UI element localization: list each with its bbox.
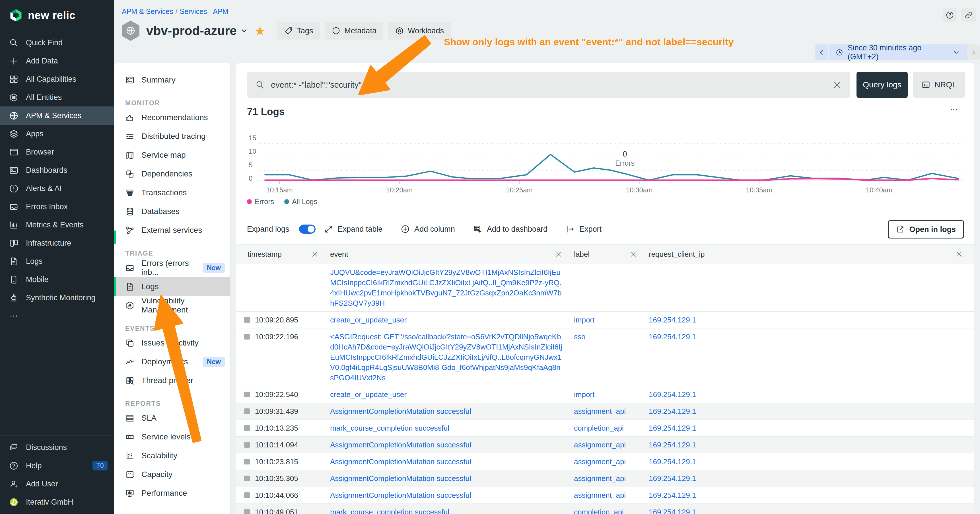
subnav-item-recommendations[interactable]: Recommendations	[114, 108, 230, 127]
row-checkbox[interactable]	[244, 334, 250, 339]
sidebar-item-logs[interactable]: Logs	[0, 252, 114, 271]
table-row[interactable]: 10:09:22.540create_or_update_userimport1…	[236, 386, 974, 403]
column-header-request_client_ip[interactable]: request_client_ip	[643, 245, 974, 264]
cell-request-client-ip-link[interactable]: 169.254.129.1	[643, 315, 974, 325]
sidebar-item-metrics-events[interactable]: Metrics & Events	[0, 216, 114, 234]
subnav-item-external-services[interactable]: External services	[114, 221, 230, 240]
cell-event-link[interactable]: mark_course_completion successful	[325, 507, 568, 514]
legend-item-errors[interactable]: Errors	[247, 197, 274, 206]
subnav-item-logs[interactable]: Logs	[114, 277, 230, 296]
metadata-button[interactable]: Metadata	[325, 22, 383, 40]
subnav-item-scalability[interactable]: Scalability	[114, 446, 230, 465]
subnav-item-databases[interactable]: Databases	[114, 202, 230, 221]
cell-event-link[interactable]: AssignmentCompletionMutation successful	[325, 473, 568, 484]
row-checkbox[interactable]	[244, 442, 250, 448]
column-close-icon[interactable]	[555, 250, 562, 258]
column-header-label[interactable]: label	[568, 245, 643, 264]
add-column-button[interactable]: Add column	[401, 224, 455, 234]
help-button[interactable]	[942, 8, 957, 22]
column-close-icon[interactable]	[630, 250, 637, 258]
cell-label-link[interactable]: sso	[568, 331, 643, 383]
row-checkbox[interactable]	[244, 509, 250, 514]
table-row[interactable]: 10:10:14.094AssignmentCompletionMutation…	[236, 437, 974, 454]
sidebar-item-browser[interactable]: Browser	[0, 143, 114, 161]
cell-label-link[interactable]	[568, 267, 643, 308]
cell-request-client-ip-link[interactable]: 169.254.129.1	[643, 406, 974, 416]
cell-label-link[interactable]: assignment_api	[568, 490, 643, 500]
sidebar-footer-add-user[interactable]: Add User	[0, 475, 114, 493]
cell-event-link[interactable]: AssignmentCompletionMutation successful	[325, 490, 568, 500]
breadcrumb-link-apm[interactable]: APM & Services	[122, 7, 173, 15]
chevron-down-icon[interactable]	[240, 27, 248, 35]
table-row[interactable]: 10:10:35.305AssignmentCompletionMutation…	[236, 470, 974, 487]
table-row[interactable]: 10:09:20.895create_or_update_userimport1…	[236, 312, 974, 328]
add-to-dashboard-button[interactable]: Add to dashboard	[473, 224, 547, 234]
clear-query-icon[interactable]	[833, 80, 842, 89]
cell-event-link[interactable]: create_or_update_user	[325, 389, 568, 399]
sidebar-item-add-data[interactable]: Add Data	[0, 52, 114, 70]
log-query-bar[interactable]: event:* -"label":"security"	[247, 72, 850, 98]
time-forward-button[interactable]	[967, 45, 980, 60]
cell-label-link[interactable]: assignment_api	[568, 406, 643, 416]
row-checkbox[interactable]	[244, 317, 250, 323]
subnav-item-transactions[interactable]: Transactions	[114, 183, 230, 202]
export-button[interactable]: Export	[566, 224, 601, 234]
subnav-item-deployments[interactable]: DeploymentsNew	[114, 352, 230, 371]
expand-logs-toggle[interactable]	[299, 224, 315, 234]
table-row[interactable]: 10:09:31.439AssignmentCompletionMutation…	[236, 403, 974, 420]
cell-request-client-ip-link[interactable]: 169.254.129.1	[643, 389, 974, 399]
cell-request-client-ip-link[interactable]: 169.254.129.1	[643, 331, 974, 383]
cell-request-client-ip-link[interactable]: 169.254.129.1	[643, 423, 974, 433]
row-checkbox[interactable]	[244, 408, 250, 414]
row-checkbox[interactable]	[244, 459, 250, 465]
cell-request-client-ip-link[interactable]: 169.254.129.1	[643, 490, 974, 500]
sidebar-item-all-entities[interactable]: All Entities	[0, 88, 114, 107]
cell-label-link[interactable]: completion_api	[568, 507, 643, 514]
table-row[interactable]: 10:10:49.051mark_course_completion succe…	[236, 504, 974, 514]
sidebar-item-errors-inbox[interactable]: Errors Inbox	[0, 197, 114, 216]
time-range-button[interactable]: Since 30 minutes ago (GMT+2)	[829, 45, 967, 60]
cell-label-link[interactable]: assignment_api	[568, 457, 643, 467]
more-options-icon[interactable]	[948, 105, 960, 114]
subnav-item-issues-activity[interactable]: Issues & activity	[114, 334, 230, 352]
query-logs-button[interactable]: Query logs	[856, 72, 908, 98]
subnav-item-vulnerability-management[interactable]: Vulnerability Management	[114, 296, 230, 315]
subnav-item-capacity[interactable]: Capacity	[114, 465, 230, 484]
favorite-star-icon[interactable]: ★	[255, 24, 266, 38]
cell-request-client-ip-link[interactable]: 169.254.129.1	[643, 507, 974, 514]
breadcrumb-link-services[interactable]: Services - APM	[180, 7, 229, 15]
cell-event-link[interactable]: AssignmentCompletionMutation successful	[325, 406, 568, 416]
cell-event-link[interactable]: AssignmentCompletionMutation successful	[325, 440, 568, 450]
sidebar-item-dashboards[interactable]: Dashboards	[0, 161, 114, 179]
sidebar-item-quick-find[interactable]: Quick Find	[0, 33, 114, 52]
tags-button[interactable]: Tags	[277, 22, 320, 40]
subnav-item-errors-errors-inb-[interactable]: Errors (errors inb...New	[114, 258, 230, 277]
column-header-timestamp[interactable]: timestamp	[236, 245, 325, 264]
sidebar-item-all-capabilities[interactable]: All Capabilities	[0, 70, 114, 88]
cell-label-link[interactable]: import	[568, 389, 643, 399]
table-row[interactable]: 10:10:13.235mark_course_completion succe…	[236, 420, 974, 437]
cell-label-link[interactable]: assignment_api	[568, 440, 643, 450]
cell-label-link[interactable]: import	[568, 315, 643, 325]
cell-request-client-ip-link[interactable]: 169.254.129.1	[643, 473, 974, 484]
cell-event-link[interactable]: <ASGIRequest: GET '/sso/callback/?state=…	[325, 331, 568, 383]
table-row[interactable]: 10:10:44.066AssignmentCompletionMutation…	[236, 487, 974, 504]
cell-request-client-ip-link[interactable]	[643, 267, 974, 308]
legend-item-all-logs[interactable]: All Logs	[284, 197, 317, 206]
logs-chart[interactable]: 05101510:15am10:20am10:25am10:30am10:35a…	[247, 128, 964, 198]
open-in-logs-button[interactable]: Open in logs	[888, 220, 964, 239]
row-checkbox[interactable]	[244, 476, 250, 481]
subnav-item-performance[interactable]: Performance	[114, 484, 230, 503]
sidebar-item-infrastructure[interactable]: Infrastructure	[0, 234, 114, 252]
sidebar-item-apm-services[interactable]: APM & Services	[0, 107, 114, 125]
sidebar-item-apps[interactable]: Apps	[0, 125, 114, 143]
sidebar-footer-discussions[interactable]: Discussions	[0, 438, 114, 457]
cell-event-link[interactable]: mark_course_completion successful	[325, 423, 568, 433]
subnav-item-service-map[interactable]: Service map	[114, 146, 230, 164]
cell-event-link[interactable]: JUQVU&code=eyJraWQiOiJjcGItY29yZV8wOTI1M…	[325, 267, 568, 308]
sidebar-footer-iterativ-gmbh[interactable]: Iterativ GmbH	[0, 493, 114, 511]
nav-scrollbar-thumb[interactable]	[114, 231, 116, 243]
column-close-icon[interactable]	[311, 250, 318, 258]
table-row[interactable]: 10:10:23.815AssignmentCompletionMutation…	[236, 454, 974, 470]
cell-event-link[interactable]: create_or_update_user	[325, 315, 568, 325]
